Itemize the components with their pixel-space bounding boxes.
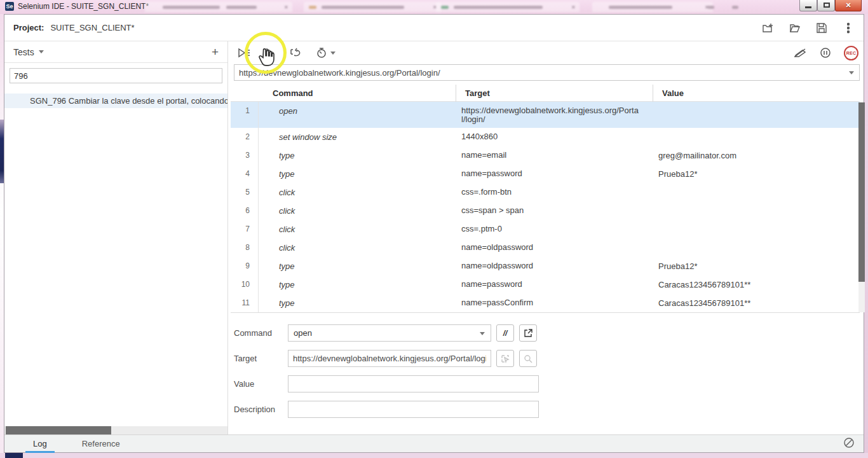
hand-cursor-icon — [257, 47, 276, 69]
os-titlebar: Se Selenium IDE - SUITE_SGN_CLIENT* ✕ ✕ … — [0, 0, 868, 14]
open-reference-button[interactable] — [519, 324, 537, 342]
command-row[interactable]: 11 type name=passConfirm Caracas12345678… — [231, 294, 860, 312]
command-field-label: Command — [234, 328, 288, 338]
log-panel: Log Reference — [4, 434, 864, 452]
clear-log-button[interactable] — [843, 437, 855, 451]
command-row[interactable]: 7 click css=.ptm-0 — [231, 220, 860, 239]
row-number: 10 — [231, 275, 259, 294]
base-url-input[interactable] — [234, 64, 860, 81]
project-name: SUITE_SGN_CLIENT* — [50, 23, 134, 32]
test-speed-button[interactable] — [316, 47, 336, 59]
maximize-button[interactable] — [817, 0, 835, 11]
new-project-button[interactable] — [762, 22, 775, 34]
step-over-button[interactable] — [289, 48, 302, 58]
selenium-ide-window: Project: SUITE_SGN_CLIENT* Tests — [4, 14, 864, 453]
tests-panel-label[interactable]: Tests — [13, 47, 34, 57]
value-field-label: Value — [234, 379, 288, 389]
row-number: 5 — [231, 183, 259, 202]
background-tab: ✕ — [304, 2, 441, 12]
row-target: name=oldpassword — [456, 239, 653, 256]
command-row[interactable]: 5 click css=.form-btn — [231, 183, 860, 202]
tab-reference[interactable]: Reference — [82, 435, 120, 453]
test-search-input[interactable] — [10, 68, 222, 83]
command-detail-form: Command open // Target — [234, 324, 860, 418]
commands-table-header: Command Target Value — [231, 85, 860, 102]
tests-sidebar: Tests + SGN_796 Cambiar la clave desde e… — [4, 41, 228, 436]
commands-vertical-scrollbar[interactable] — [858, 102, 865, 312]
row-number: 11 — [231, 294, 259, 312]
selenium-ide-logo-icon: Se — [5, 2, 14, 11]
save-project-button[interactable] — [815, 22, 828, 34]
scrollbar-thumb[interactable] — [858, 102, 865, 282]
row-value — [653, 239, 860, 247]
tab-log[interactable]: Log — [33, 435, 47, 453]
chevron-down-icon — [330, 52, 336, 55]
column-header-command[interactable]: Command — [259, 85, 456, 102]
background-tab-icon — [732, 2, 741, 12]
command-select[interactable]: open — [288, 324, 491, 342]
command-row[interactable]: 2 set window size 1440x860 — [231, 128, 860, 146]
open-project-button[interactable] — [789, 22, 801, 34]
row-command: type — [259, 294, 456, 312]
row-value — [653, 202, 860, 210]
background-tab: ✕ — [592, 2, 713, 12]
row-number: 3 — [231, 146, 259, 165]
description-field-label: Description — [234, 405, 288, 414]
minimize-button[interactable] — [799, 0, 817, 11]
command-row[interactable]: 4 type name=password Prueba12* — [231, 165, 860, 183]
row-command: set window size — [259, 128, 456, 146]
command-row[interactable]: 1 open https://devnewglobalnetwork.kingj… — [231, 102, 860, 128]
find-target-button[interactable] — [519, 350, 537, 367]
scrollbar-thumb[interactable] — [6, 426, 111, 434]
row-value — [653, 128, 860, 136]
row-target: css=span > span — [456, 202, 653, 219]
main-area: REC Command Target Value 1 — [228, 41, 865, 436]
row-target: css=.ptm-0 — [456, 220, 653, 237]
test-list: SGN_796 Cambiar la clave desde el portal… — [4, 94, 227, 108]
url-dropdown-icon[interactable] — [849, 71, 854, 74]
command-row[interactable]: 3 type name=email greg@mailinator.com — [231, 146, 860, 165]
select-target-button[interactable] — [496, 350, 514, 367]
row-value: Caracas123456789101** — [653, 294, 860, 312]
row-number: 9 — [231, 257, 259, 275]
kebab-menu-button[interactable] — [842, 22, 855, 34]
close-button[interactable]: ✕ — [835, 0, 862, 11]
row-number: 4 — [231, 165, 259, 183]
row-target: 1440x860 — [456, 128, 653, 145]
row-target: name=password — [456, 165, 653, 182]
pause-on-exceptions-button[interactable] — [820, 47, 831, 59]
command-row[interactable]: 10 type name=password Caracas12345678910… — [231, 275, 860, 294]
command-row[interactable]: 8 click name=oldpassword — [231, 239, 860, 257]
value-input[interactable] — [288, 375, 539, 392]
row-number: 8 — [231, 239, 259, 257]
description-input[interactable] — [288, 401, 539, 418]
project-header: Project: SUITE_SGN_CLIENT* — [4, 15, 864, 41]
row-value — [653, 102, 860, 110]
background-tab: ✕ — [145, 2, 292, 12]
column-header-value[interactable]: Value — [653, 85, 860, 102]
target-input[interactable] — [288, 350, 491, 367]
row-target: https://devnewglobalnetwork.kingjesus.or… — [456, 102, 653, 128]
test-list-item[interactable]: SGN_796 Cambiar la clave desde el portal… — [4, 94, 227, 108]
sidebar-horizontal-scrollbar[interactable] — [4, 426, 227, 434]
chevron-down-icon[interactable] — [39, 50, 44, 53]
project-label: Project: — [13, 23, 44, 32]
window-title: Selenium IDE - SUITE_SGN_CLIENT* — [18, 2, 149, 11]
disable-breakpoints-button[interactable] — [793, 48, 807, 58]
row-command: click — [259, 220, 456, 238]
window-controls: ✕ — [799, 0, 862, 11]
command-row[interactable]: 6 click css=span > span — [231, 202, 860, 220]
row-command: type — [259, 165, 456, 183]
row-value — [653, 220, 860, 228]
command-row[interactable]: 9 type name=oldpassword Prueba12* — [231, 257, 860, 275]
record-button[interactable]: REC — [844, 46, 858, 60]
playback-toolbar: REC — [228, 41, 865, 64]
row-value: Caracas123456789101** — [653, 275, 860, 293]
add-test-button[interactable]: + — [212, 46, 219, 58]
column-header-target[interactable]: Target — [456, 85, 653, 102]
comment-toggle-button[interactable]: // — [496, 324, 514, 342]
row-number: 7 — [231, 220, 259, 239]
row-number: 6 — [231, 202, 259, 220]
header-spacer — [231, 85, 259, 102]
command-select-value: open — [294, 328, 312, 338]
